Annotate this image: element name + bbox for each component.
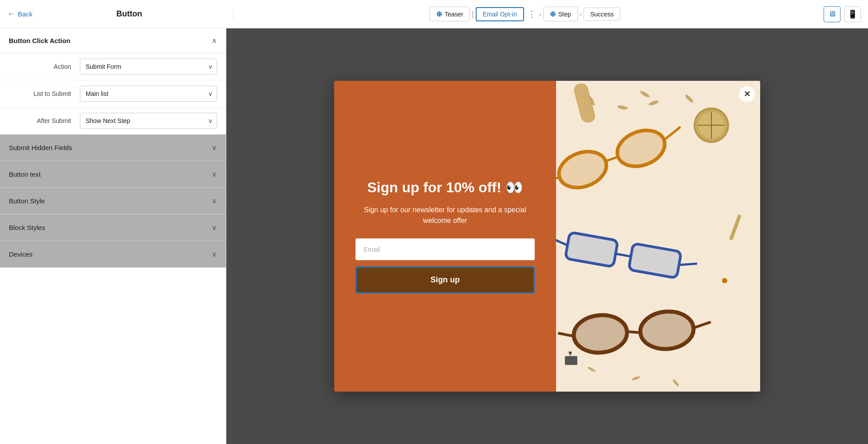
success-nav-button[interactable]: Success [584,8,620,21]
mobile-view-button[interactable]: 📱 [844,6,861,22]
button-text-chevron-icon: ∨ [212,170,217,178]
step-label: Step [558,11,571,18]
decoration-svg [556,81,760,392]
popup-right-panel: ✕ [556,81,760,392]
top-bar: ← Back Button ⊕ Teaser | Email Opt-in ⋮ … [0,0,868,28]
device-switcher: 🖥 📱 [817,6,861,22]
close-icon: ✕ [744,89,750,99]
email-optin-menu-button[interactable]: ⋮ [526,8,537,20]
signup-label: Sign up [430,275,460,284]
block-styles-title: Block Styles [9,224,45,231]
teaser-nav-button[interactable]: ⊕ Teaser [430,7,470,21]
after-submit-row: After Submit Show Next Step Close Popup … [0,107,226,135]
mobile-icon: 📱 [848,9,857,19]
after-submit-select[interactable]: Show Next Step Close Popup Go to URL [80,113,217,129]
button-style-title: Button Style [9,197,45,205]
list-select[interactable]: Main list Newsletter Promo list [80,86,217,102]
action-select[interactable]: Submit Form Go to URL Show Next Step Clo… [80,59,217,75]
block-styles-header[interactable]: Block Styles ∨ [0,214,226,241]
section-chevron-up-icon[interactable]: ∧ [212,36,217,45]
button-text-header[interactable]: Button text ∨ [0,161,226,187]
block-styles-chevron-icon: ∨ [212,223,217,232]
preview-panel: Sign up for 10% off! 👀 Sign up for our n… [226,28,868,444]
desktop-view-button[interactable]: 🖥 [824,6,840,22]
popup-subtext: Sign up for our newsletter for updates a… [355,205,535,226]
button-click-action-section: Button Click Action ∧ [0,28,226,53]
button-style-section: Button Style ∨ [0,188,226,214]
desktop-icon: 🖥 [828,9,836,19]
nav-arrow-2: › [580,10,582,18]
submit-hidden-fields-header[interactable]: Submit Hidden Fields ∨ [0,135,226,161]
top-bar-nav: ⊕ Teaser | Email Opt-in ⋮ › ⊕ Step › Suc… [233,7,817,21]
popup-headline: Sign up for 10% off! 👀 [355,179,535,196]
button-text-title: Button text [9,170,41,178]
nav-group: ⊕ Teaser | Email Opt-in ⋮ › ⊕ Step › Suc… [430,7,620,21]
submit-hidden-fields-title: Submit Hidden Fields [9,144,72,151]
submit-hidden-fields-section: Submit Hidden Fields ∨ [0,135,226,161]
devices-header[interactable]: Devices ∨ [0,241,226,267]
popup-close-button[interactable]: ✕ [739,86,755,102]
devices-chevron-icon: ∨ [212,250,217,258]
button-text-section: Button text ∨ [0,161,226,188]
button-style-header[interactable]: Button Style ∨ [0,188,226,214]
svg-point-41 [722,278,727,283]
block-styles-section: Block Styles ∨ [0,214,226,241]
list-to-submit-row: List to Submit Main list Newsletter Prom… [0,80,226,107]
left-panel: Button Click Action ∧ Action Submit Form… [0,28,226,444]
teaser-label: Teaser [445,11,463,18]
back-button[interactable]: ← Back [7,9,32,19]
popup-card: Sign up for 10% off! 👀 Sign up for our n… [334,81,760,392]
step-plus-icon: ⊕ [550,10,556,18]
list-select-wrapper: Main list Newsletter Promo list ∨ [80,86,217,102]
back-label: Back [18,10,32,18]
devices-section: Devices ∨ [0,241,226,268]
back-arrow-icon: ← [7,9,15,19]
action-row: Action Submit Form Go to URL Show Next S… [0,53,226,80]
after-submit-label: After Submit [9,117,80,124]
popup-left-panel: Sign up for 10% off! 👀 Sign up for our n… [334,81,556,392]
main-layout: Button Click Action ∧ Action Submit Form… [0,28,868,444]
success-label: Success [590,11,614,18]
list-label: List to Submit [9,90,80,97]
nav-arrow-1: › [539,10,541,18]
email-optin-nav-button[interactable]: Email Opt-in [476,7,524,21]
button-style-chevron-icon: ∨ [212,197,217,205]
action-select-wrapper: Submit Form Go to URL Show Next Step Clo… [80,59,217,75]
after-submit-select-wrapper: Show Next Step Close Popup Go to URL ∨ [80,113,217,129]
button-click-action-title: Button Click Action [9,37,71,44]
plus-icon: ⊕ [436,10,442,18]
signup-button[interactable]: Sign up [355,266,535,293]
svg-rect-39 [565,356,577,365]
page-title: Button [32,9,226,19]
nav-separator-1: | [472,9,474,19]
submit-hidden-fields-chevron-icon: ∨ [212,143,217,152]
action-label: Action [9,63,80,70]
email-optin-label: Email Opt-in [483,11,517,18]
devices-title: Devices [9,250,32,258]
top-bar-left: ← Back Button [7,9,233,19]
step-nav-button[interactable]: ⊕ Step [543,7,578,21]
email-input[interactable] [355,238,535,260]
